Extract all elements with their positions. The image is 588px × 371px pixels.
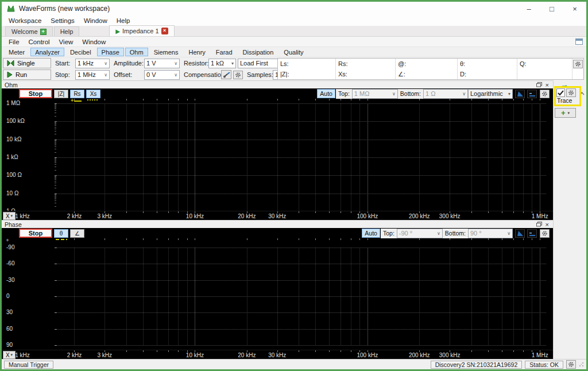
tick-mark — [55, 203, 56, 203]
mode-analyzer[interactable]: Analyzer — [30, 48, 64, 56]
gridline-horizontal — [55, 248, 546, 248]
tab-welcome[interactable]: Welcome + — [5, 26, 53, 36]
channel-angle-button[interactable]: ∠ — [70, 229, 84, 238]
tick-mark — [55, 248, 57, 248]
close-button[interactable]: × — [563, 2, 586, 16]
amplitude-select[interactable]: 1 V∨ — [144, 59, 180, 68]
menu-file[interactable]: File — [4, 38, 24, 45]
x-axis-label: 2 kHz — [57, 213, 91, 219]
close-tab-icon[interactable]: × — [161, 28, 168, 34]
tick-mark — [55, 124, 56, 125]
gridline-horizontal — [55, 264, 546, 264]
x-axis-label: 100 kHz — [350, 352, 385, 358]
phase-plot-area[interactable]: -90-60-300306090° — [2, 238, 553, 350]
float-panel-icon[interactable] — [536, 82, 542, 87]
tick-mark — [532, 238, 532, 240]
add-trace-button[interactable]: + ▾ — [555, 108, 576, 118]
trace-visible-checkbox[interactable] — [556, 88, 565, 97]
ohm-top-select[interactable]: 1 MΩ∨ — [352, 89, 398, 99]
resistor-select[interactable]: 1 kΩ▾ — [208, 59, 236, 68]
tab-help[interactable]: Help — [54, 26, 80, 36]
menu-help[interactable]: Help — [112, 17, 135, 24]
tick-mark — [55, 160, 56, 161]
mode-bar: Meter Analyzer Decibel Phase Ohm Siemens… — [2, 47, 586, 57]
ohm-bottom-select[interactable]: 1 Ω∨ — [423, 89, 468, 99]
ohm-plot-area[interactable]: + 1 MΩ100 kΩ10 kΩ1 kΩ100 Ω10 Ω1 Ω — [2, 99, 553, 211]
manual-trigger-button[interactable]: Manual Trigger — [4, 361, 53, 369]
ohm-plot-toolbar: Stop |Z| Rs Xs Auto Top: 1 MΩ∨ Bottom: 1… — [2, 88, 553, 99]
status-ok-button[interactable]: Status: OK — [525, 361, 563, 369]
tab-impedance[interactable]: ▶ Impedance 1 × — [109, 25, 174, 36]
float-panel-icon[interactable] — [536, 222, 542, 227]
compensation-probe-button[interactable] — [221, 70, 231, 79]
tick-mark — [55, 170, 56, 171]
phase-top-select[interactable]: -90 °∨ — [397, 229, 443, 238]
menu-view[interactable]: View — [55, 38, 78, 45]
axis-fit-full-button[interactable] — [527, 90, 537, 98]
menu-window[interactable]: Window — [79, 17, 112, 24]
phase-auto-scale-button[interactable]: Auto — [362, 229, 380, 238]
menu-settings[interactable]: Settings — [46, 17, 79, 24]
menu-control[interactable]: Control — [24, 38, 55, 45]
run-button[interactable]: Run — [3, 69, 51, 80]
tick-mark — [195, 238, 195, 240]
tick-mark — [55, 195, 56, 196]
stop-select[interactable]: 1 MHz∨ — [75, 70, 110, 80]
phase-plot-settings-button[interactable] — [540, 229, 550, 238]
channel-rs-button[interactable]: Rs — [70, 90, 84, 98]
fields-settings-button[interactable] — [573, 60, 583, 68]
field-rs: Rs: — [335, 59, 395, 69]
close-panel-icon[interactable]: × — [546, 222, 549, 227]
axis-fit-data-button[interactable] — [515, 90, 525, 98]
resize-grip-icon[interactable] — [579, 362, 584, 367]
mode-henry[interactable]: Henry — [184, 48, 210, 56]
phase-bottom-label: Bottom: — [443, 229, 468, 238]
mode-siemens[interactable]: Siemens — [149, 48, 183, 56]
mode-meter[interactable]: Meter — [4, 48, 29, 56]
mode-dissipation[interactable]: Dissipation — [238, 48, 278, 56]
tick-mark — [55, 131, 56, 132]
main-menu-bar: Workspace Settings Window Help — [2, 16, 586, 26]
phase-stop-button[interactable]: Stop — [19, 229, 52, 238]
axis-fit-full-button[interactable] — [527, 229, 537, 238]
tick-mark — [55, 264, 57, 264]
device-settings-button[interactable] — [566, 360, 576, 369]
menu-window2[interactable]: Window — [78, 38, 110, 45]
tick-mark — [247, 238, 247, 240]
device-button[interactable]: Discovery2 SN:210321A19692 — [431, 361, 523, 369]
chevron-down-icon: ∨ — [104, 72, 107, 78]
phase-panel-title: Phase — [5, 221, 536, 228]
single-button[interactable]: Single — [3, 58, 51, 68]
channel-z-button[interactable]: |Z| — [54, 90, 68, 98]
minimize-button[interactable]: – — [517, 2, 540, 16]
compensation-settings-button[interactable] — [233, 71, 243, 79]
ohm-plot-settings-button[interactable] — [540, 90, 550, 98]
mode-quality[interactable]: Quality — [279, 48, 308, 56]
menu-workspace[interactable]: Workspace — [4, 17, 46, 24]
gear-icon — [568, 90, 574, 96]
channel-xs-button[interactable]: Xs — [86, 90, 100, 98]
float-window-icon[interactable] — [575, 38, 583, 45]
mode-ohm[interactable]: Ohm — [125, 48, 148, 56]
start-select[interactable]: 1 kHz∨ — [75, 59, 110, 68]
mode-decibel[interactable]: Decibel — [65, 48, 96, 56]
x-axis-label: 20 kHz — [230, 352, 264, 358]
trace-settings-button[interactable] — [566, 88, 576, 97]
tick-mark — [105, 99, 105, 101]
ohm-stop-button[interactable]: Stop — [19, 89, 52, 98]
channel-theta-button[interactable]: θ — [54, 229, 68, 238]
tick-mark — [55, 199, 56, 199]
ohm-scale-select[interactable]: Logarithmic▾ — [468, 89, 513, 99]
mode-phase[interactable]: Phase — [97, 48, 124, 56]
tick-mark — [55, 164, 56, 165]
phase-bottom-select[interactable]: 90 °∨ — [468, 229, 513, 238]
offset-select[interactable]: 0 V∨ — [144, 70, 180, 80]
maximize-button[interactable]: □ — [540, 2, 563, 16]
tick-mark — [55, 194, 56, 195]
gear-icon — [235, 72, 241, 78]
ohm-auto-scale-button[interactable]: Auto — [317, 89, 335, 98]
add-instrument-icon[interactable]: + — [40, 29, 47, 35]
mode-farad[interactable]: Farad — [211, 48, 237, 56]
axis-fit-data-button[interactable] — [515, 229, 525, 238]
close-panel-icon[interactable]: × — [546, 82, 549, 88]
